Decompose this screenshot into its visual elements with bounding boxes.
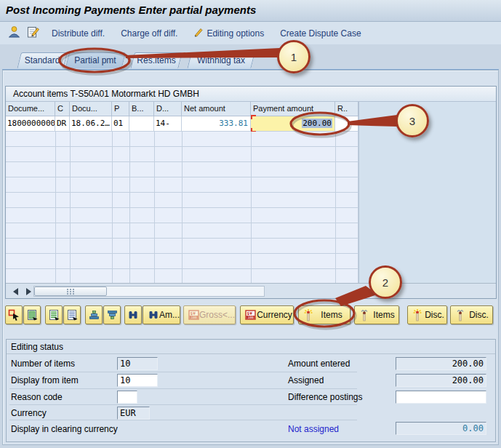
scroll-left-arrow[interactable] xyxy=(10,287,20,296)
discount-deactivate-label: Disc. xyxy=(465,310,492,320)
select-all-button[interactable] xyxy=(45,305,63,324)
col-header-d[interactable]: D... xyxy=(154,102,182,116)
group-title: Editing status xyxy=(11,342,63,352)
col-header-c[interactable]: C xyxy=(55,102,70,116)
display-from-item-input[interactable] xyxy=(117,374,158,387)
tab-standard-label: Standard xyxy=(19,52,65,69)
gross-label: Gross<... xyxy=(199,310,235,320)
editing-status-group: Editing status Number of items 10 Displa… xyxy=(6,339,496,442)
sort-ascending-icon xyxy=(88,309,100,321)
gross-button[interactable]: $¥100 Gross<... xyxy=(183,305,236,324)
select-block-icon xyxy=(26,309,39,321)
cell-document-date[interactable]: 18.06.2… xyxy=(70,116,112,132)
extinguished-match-icon xyxy=(359,308,369,321)
cell-b[interactable] xyxy=(129,116,154,132)
payment-amount-selected-text: 200.00 xyxy=(302,119,332,128)
tab-res-items-label: Res.items xyxy=(132,52,180,69)
cell-net-amount[interactable]: 333.81 xyxy=(182,116,251,132)
binoculars-icon xyxy=(127,309,139,321)
editing-options-label: Editing options xyxy=(207,28,264,39)
title-bar: Post Incoming Payments Enter partial pay… xyxy=(0,0,501,22)
number-of-items-field: 10 xyxy=(117,357,158,370)
tab-withhldg-tax[interactable]: Withhldg tax xyxy=(189,52,253,69)
tab-withhldg-tax-label: Withhldg tax xyxy=(189,52,253,69)
create-dispute-case-label: Create Dispute Case xyxy=(280,28,361,39)
account-items-table: Account items T-S50A01 Motormarkt HD GMB… xyxy=(5,86,497,299)
tab-standard[interactable]: Standard xyxy=(19,52,65,69)
tab-partial-pmt[interactable]: Partial pmt xyxy=(67,52,124,69)
page-title: Post Incoming Payments Enter partial pay… xyxy=(6,4,256,16)
row-separator xyxy=(9,388,357,389)
discount-activate-button[interactable]: Disc. xyxy=(407,305,447,324)
currency-icon: $¥100 xyxy=(245,310,256,321)
pencil-icon xyxy=(193,27,204,39)
scroll-right-arrow[interactable] xyxy=(23,287,33,296)
partner-icon-button[interactable] xyxy=(6,25,22,41)
cell-posting-key[interactable]: 01 xyxy=(112,116,129,132)
tab-res-items[interactable]: Res.items xyxy=(132,52,180,69)
currency-field: EUR xyxy=(117,407,150,420)
cursor-mark-tl2 xyxy=(251,115,252,119)
find-button[interactable] xyxy=(124,305,142,324)
cell-document-number[interactable]: 1800000000 xyxy=(6,116,55,132)
discount-deactivate-button[interactable]: Disc. xyxy=(450,305,493,324)
left-triangle-icon xyxy=(13,288,18,295)
reason-code-label: Reason code xyxy=(11,392,63,402)
col-header-document[interactable]: Docume... xyxy=(6,102,55,116)
find-amount-button[interactable]: Am... xyxy=(143,305,180,324)
row-separator xyxy=(9,420,357,420)
sort-descending-button[interactable] xyxy=(103,305,121,324)
binoculars-icon xyxy=(148,309,159,321)
items-deactivate-button[interactable]: Items xyxy=(354,305,399,324)
cell-payment-amount[interactable]: 200.00 xyxy=(251,116,335,132)
display-in-clearing-currency-label: Display in clearing currency xyxy=(11,424,118,434)
col-header-b[interactable]: B... xyxy=(129,102,154,116)
sort-descending-icon xyxy=(106,309,119,321)
row-separator xyxy=(9,404,357,405)
scrollbar-thumb[interactable] xyxy=(34,287,107,296)
col-header-docdate[interactable]: Docu... xyxy=(70,102,112,116)
table-header-row: Docume... C Docu... P B... D... Net amou… xyxy=(6,102,358,116)
reason-code-input[interactable] xyxy=(117,391,137,404)
currency-label: Currency xyxy=(256,310,293,320)
amount-entered-field: 200.00 xyxy=(396,357,486,370)
tab-strip: Standard Partial pmt Res.items Withhldg … xyxy=(0,45,501,70)
svg-text:100: 100 xyxy=(191,315,197,319)
col-header-p[interactable]: P xyxy=(112,102,129,116)
select-block-button[interactable] xyxy=(23,305,41,324)
create-dispute-case-button[interactable]: Create Dispute Case xyxy=(280,28,361,39)
col-header-r[interactable]: R.. xyxy=(335,102,358,116)
display-from-item-label: Display from item xyxy=(11,375,79,385)
sap-window: Post Incoming Payments Enter partial pay… xyxy=(0,0,501,448)
assigned-field: 200.00 xyxy=(396,374,486,387)
deselect-all-button[interactable] xyxy=(63,305,81,324)
tab-partial-pmt-label: Partial pmt xyxy=(67,52,124,69)
change-document-icon-button[interactable] xyxy=(25,25,41,41)
discount-activate-label: Disc. xyxy=(422,310,446,320)
distribute-diff-button[interactable]: Distribute diff. xyxy=(52,28,105,39)
cell-account-type[interactable]: DR xyxy=(55,116,70,132)
select-mode-button[interactable] xyxy=(5,305,23,324)
items-activate-button[interactable]: Items xyxy=(298,305,350,324)
cursor-select-icon xyxy=(8,309,20,321)
charge-off-diff-button[interactable]: Charge off diff. xyxy=(121,28,177,39)
not-assigned-label: Not assigned xyxy=(288,424,339,434)
charge-off-diff-label: Charge off diff. xyxy=(121,28,177,39)
col-header-payment-amount[interactable]: Payment amount xyxy=(251,102,335,116)
editing-options-button[interactable]: Editing options xyxy=(193,27,264,39)
notepad-pencil-icon xyxy=(26,25,40,41)
scrollbar-track[interactable] xyxy=(33,286,265,297)
difference-postings-label: Difference postings xyxy=(288,392,363,402)
sort-ascending-button[interactable] xyxy=(85,305,103,324)
col-header-net-amount[interactable]: Net amount xyxy=(182,102,251,116)
amount-entered-label: Amount entered xyxy=(288,359,350,369)
cell-d[interactable]: 14- xyxy=(154,116,182,132)
find-amount-label: Am... xyxy=(159,310,180,320)
currency-button[interactable]: $¥100 Currency xyxy=(240,305,294,324)
difference-postings-input[interactable] xyxy=(396,391,486,404)
cell-r[interactable] xyxy=(335,116,358,132)
right-triangle-icon xyxy=(26,288,31,295)
lit-match-icon xyxy=(412,308,422,321)
svg-text:100: 100 xyxy=(247,315,254,319)
row-separator xyxy=(9,372,357,372)
